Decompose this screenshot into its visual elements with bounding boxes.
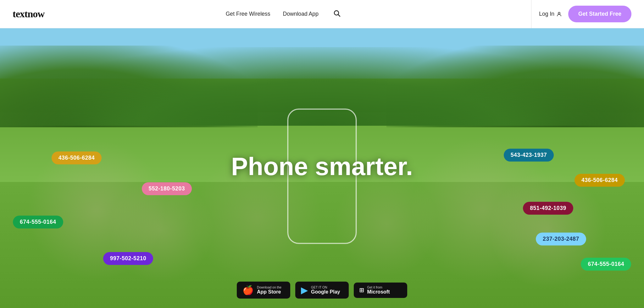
svg-line-1	[338, 14, 340, 16]
microsoft-badge[interactable]: ⊞ Get it from Microsoft	[354, 283, 407, 298]
nav-download[interactable]: Download App	[283, 11, 318, 17]
pill-6: 436-506-6284	[575, 174, 625, 187]
search-button[interactable]	[331, 8, 342, 21]
google-play-main: Google Play	[311, 289, 340, 295]
user-icon	[556, 11, 562, 17]
pill-9: 674-555-0164	[581, 258, 631, 271]
google-play-badge[interactable]: ▶ GET IT ON Google Play	[295, 282, 349, 299]
login-button[interactable]: Log In	[539, 11, 562, 17]
pill-4: 997-502-5210	[103, 252, 153, 265]
app-store-badge[interactable]: 🍎 Download on the App Store	[237, 282, 290, 299]
svg-point-2	[558, 12, 560, 14]
login-label: Log In	[539, 11, 554, 17]
nav-wireless[interactable]: Get Free Wireless	[226, 11, 270, 17]
logo[interactable]: textnow	[13, 8, 44, 20]
microsoft-icon: ⊞	[359, 286, 364, 294]
header: textnow Get Free Wireless Download App L…	[0, 0, 644, 28]
apple-icon: 🍎	[242, 285, 254, 295]
microsoft-main: Microsoft	[367, 289, 390, 295]
pill-8: 237-203-2487	[536, 233, 586, 245]
google-play-icon: ▶	[301, 285, 308, 295]
main-nav: Get Free Wireless Download App	[226, 8, 342, 21]
hero-section: Phone smarter. 436-506-6284 552-180-5203…	[0, 28, 644, 308]
app-store-sub: Download on the	[257, 286, 281, 289]
microsoft-sub: Get it from	[367, 286, 390, 289]
header-left: textnow	[13, 8, 44, 20]
download-badges: 🍎 Download on the App Store ▶ GET IT ON …	[237, 282, 407, 299]
divider	[531, 0, 531, 28]
search-icon	[333, 9, 341, 17]
get-started-button[interactable]: Get Started Free	[568, 6, 631, 22]
hero-headline: Phone smarter.	[231, 152, 413, 181]
google-play-sub: GET IT ON	[311, 286, 340, 289]
pill-7: 851-492-1039	[523, 202, 573, 215]
pill-5: 543-423-1937	[504, 149, 554, 162]
pill-1: 436-506-6284	[52, 151, 102, 164]
header-right: Log In Get Started Free	[524, 0, 631, 28]
app-store-main: App Store	[257, 289, 281, 295]
pill-2: 552-180-5203	[142, 182, 192, 195]
pill-3: 674-555-0164	[13, 216, 63, 228]
